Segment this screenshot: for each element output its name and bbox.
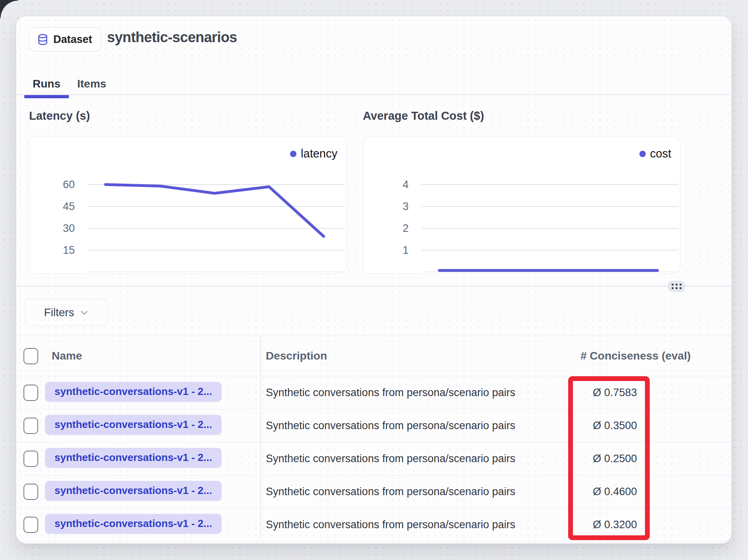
run-description: Synthetic conversations from persona/sce… (266, 519, 515, 531)
latency-legend-label: latency (301, 147, 337, 160)
cost-chart-card: cost 4321 (363, 136, 680, 274)
column-divider (260, 336, 261, 539)
tabs-divider (16, 94, 731, 95)
column-header-conciseness: # Conciseness (eval) (580, 350, 691, 362)
svg-text:4: 4 (403, 179, 409, 191)
active-tab-underline (24, 95, 69, 98)
run-description: Synthetic conversations from persona/sce… (266, 486, 515, 498)
svg-text:3: 3 (403, 200, 409, 212)
row-checkbox[interactable] (23, 418, 38, 434)
run-description: Synthetic conversations from persona/sce… (266, 387, 515, 399)
cost-legend-dot (639, 151, 646, 157)
filters-button[interactable]: Filters (24, 299, 109, 326)
tab-runs-label: Runs (33, 78, 60, 90)
svg-text:2: 2 (403, 222, 409, 234)
run-name-link[interactable]: synthetic-conversations-v1 - 2... (45, 514, 222, 534)
row-checkbox[interactable] (23, 385, 38, 401)
svg-text:15: 15 (63, 244, 75, 256)
drag-handle[interactable] (668, 281, 685, 292)
conciseness-value: Ø 0.7583 (580, 387, 637, 399)
column-header-description: Description (266, 350, 327, 362)
row-checkbox[interactable] (23, 451, 38, 467)
chevron-down-icon (80, 308, 89, 317)
conciseness-value: Ø 0.4600 (580, 486, 637, 498)
run-name-link[interactable]: synthetic-conversations-v1 - 2... (45, 415, 222, 435)
run-description: Synthetic conversations from persona/sce… (266, 420, 515, 432)
table-body: synthetic-conversations-v1 - 2... Synthe… (16, 376, 731, 541)
cost-chart-title: Average Total Cost ($) (363, 109, 484, 122)
grip-dots-icon (672, 284, 682, 289)
dataset-badge-label: Dataset (53, 33, 92, 46)
column-header-name: Name (43, 350, 82, 362)
conciseness-value: Ø 0.3200 (580, 519, 637, 531)
svg-text:1: 1 (403, 244, 409, 256)
tab-items-label: Items (77, 78, 106, 90)
page-title: synthetic-scenarios (107, 29, 237, 46)
table-row: synthetic-conversations-v1 - 2... Synthe… (16, 442, 731, 475)
cost-legend-label: cost (650, 147, 671, 160)
filters-button-label: Filters (44, 306, 74, 319)
runs-table: Name Description # Conciseness (eval) sy… (16, 336, 731, 543)
screen: { "header": { "badge_label": "Dataset", … (0, 0, 748, 560)
section-divider (16, 286, 731, 287)
table-row: synthetic-conversations-v1 - 2... Synthe… (16, 508, 731, 541)
run-name-link[interactable]: synthetic-conversations-v1 - 2... (45, 448, 222, 468)
latency-legend-dot (290, 151, 296, 157)
run-name-link[interactable]: synthetic-conversations-v1 - 2... (45, 481, 222, 501)
latency-chart-card: latency 60453015 (29, 136, 347, 274)
database-icon (37, 33, 49, 46)
row-checkbox[interactable] (23, 484, 38, 500)
table-row: synthetic-conversations-v1 - 2... Synthe… (16, 475, 731, 508)
window-corner (0, 0, 18, 18)
select-all-checkbox[interactable] (23, 348, 38, 364)
run-name-link[interactable]: synthetic-conversations-v1 - 2... (45, 382, 222, 402)
svg-text:30: 30 (63, 222, 75, 234)
cost-line-chart: 4321 (363, 137, 679, 272)
dataset-badge: Dataset (29, 27, 101, 51)
latency-chart-title: Latency (s) (29, 109, 90, 122)
conciseness-value: Ø 0.2500 (580, 453, 637, 465)
row-checkbox[interactable] (23, 517, 38, 533)
table-row: synthetic-conversations-v1 - 2... Synthe… (16, 409, 731, 442)
table-header-row: Name Description # Conciseness (eval) (16, 336, 731, 376)
latency-legend[interactable]: latency (290, 147, 337, 160)
svg-text:45: 45 (63, 200, 75, 212)
cost-legend[interactable]: cost (639, 147, 671, 160)
table-row: synthetic-conversations-v1 - 2... Synthe… (16, 376, 731, 409)
run-description: Synthetic conversations from persona/sce… (266, 453, 515, 465)
svg-text:60: 60 (63, 179, 75, 191)
dataset-panel: Dataset synthetic-scenarios Runs Items L… (16, 16, 732, 544)
conciseness-value: Ø 0.3500 (580, 420, 637, 432)
